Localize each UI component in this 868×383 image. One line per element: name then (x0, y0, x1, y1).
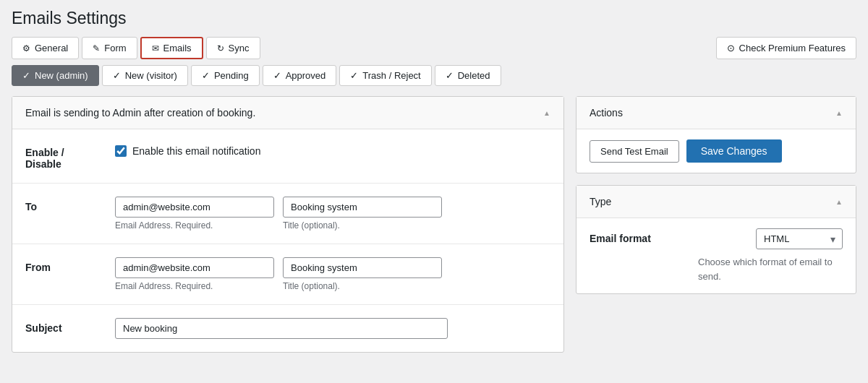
enable-section: Enable / Disable Enable this email notif… (12, 129, 563, 184)
type-collapse-icon[interactable]: ▲ (835, 198, 843, 206)
email-icon: ✉ (152, 43, 159, 53)
subject-label: Subject (25, 318, 98, 334)
tab-general[interactable]: ⚙ General (12, 37, 79, 59)
actions-collapse-icon[interactable]: ▲ (835, 109, 843, 117)
email-format-select[interactable]: HTML Plain Text (756, 228, 843, 249)
page-wrap: Emails Settings ⚙ General ✎ Form ✉ Email… (0, 0, 868, 383)
enable-fields: Enable this email notification (115, 142, 550, 160)
check-premium-label: Check Premium Features (739, 43, 846, 53)
left-panel-title: Email is sending to Admin after creation… (25, 107, 255, 119)
from-title-wrap: Title (optional). (283, 257, 442, 291)
email-format-hint: Choose which format of email to send. (698, 255, 843, 283)
subject-row: Subject (25, 318, 550, 339)
sub-tab-approved-label: Approved (286, 70, 326, 81)
actions-panel: Actions ▲ Send Test Email Save Changes (576, 96, 856, 173)
actions-header: Actions ▲ (576, 97, 856, 129)
sub-tabs-bar: ✓ New (admin) ✓ New (visitor) ✓ Pending … (12, 65, 856, 86)
type-row: Email format HTML Plain Text ▾ Choose wh… (590, 228, 843, 283)
format-select-wrap: HTML Plain Text ▾ (756, 228, 843, 249)
tab-general-label: General (35, 43, 68, 53)
enable-row: Enable / Disable Enable this email notif… (25, 142, 550, 170)
gear-icon: ⚙ (22, 43, 30, 53)
to-section: To Email Address. Required. Title (optio… (12, 184, 563, 244)
from-email-wrap: Email Address. Required. (115, 257, 274, 291)
enable-checkbox-row: Enable this email notification (115, 142, 550, 160)
from-label: From (25, 257, 98, 273)
send-test-label: Send Test Email (600, 146, 668, 157)
tab-emails[interactable]: ✉ Emails (140, 37, 203, 59)
from-section: From Email Address. Required. Title (opt… (12, 244, 563, 305)
save-changes-button[interactable]: Save Changes (686, 139, 782, 163)
premium-icon: ⊙ (727, 43, 735, 53)
to-email-input[interactable] (115, 197, 274, 218)
top-tabs-bar: ⚙ General ✎ Form ✉ Emails ↻ Sync ⊙ Check… (12, 37, 856, 59)
to-title-hint: Title (optional). (283, 220, 442, 231)
sub-tab-deleted[interactable]: ✓ Deleted (435, 65, 501, 86)
actions-title: Actions (590, 107, 623, 119)
left-panel: Email is sending to Admin after creation… (12, 96, 564, 353)
tab-form[interactable]: ✎ Form (82, 37, 137, 59)
top-tabs-left: ⚙ General ✎ Form ✉ Emails ↻ Sync (12, 37, 260, 59)
type-header: Type ▲ (576, 186, 856, 218)
main-content: Email is sending to Admin after creation… (12, 96, 856, 353)
sub-tab-icon-3: ✓ (202, 70, 210, 81)
type-panel: Type ▲ Email format HTML Plain Text (576, 185, 856, 294)
subject-section: Subject (12, 305, 563, 352)
to-row: To Email Address. Required. Title (optio… (25, 197, 550, 231)
sync-icon: ↻ (217, 43, 224, 53)
sub-tab-new-visitor-label: New (visitor) (125, 70, 177, 81)
edit-icon: ✎ (93, 43, 100, 53)
collapse-icon[interactable]: ▲ (543, 109, 550, 117)
sub-tab-deleted-label: Deleted (458, 70, 490, 81)
sub-tab-pending-label: Pending (214, 70, 249, 81)
left-panel-header: Email is sending to Admin after creation… (12, 97, 563, 129)
tab-sync-label: Sync (229, 43, 250, 53)
from-field-group: Email Address. Required. Title (optional… (115, 257, 550, 291)
right-panel: Actions ▲ Send Test Email Save Changes T… (576, 96, 856, 353)
sub-tab-icon-2: ✓ (113, 70, 121, 81)
sub-tab-new-admin-label: New (admin) (35, 70, 88, 81)
to-title-wrap: Title (optional). (283, 197, 442, 231)
subject-input[interactable] (115, 318, 448, 339)
sub-tab-icon-5: ✓ (350, 70, 358, 81)
to-title-input[interactable] (283, 197, 442, 218)
enable-checkbox-label: Enable this email notification (132, 145, 260, 157)
sub-tab-new-visitor[interactable]: ✓ New (visitor) (102, 65, 188, 86)
sub-tab-icon-6: ✓ (446, 70, 454, 81)
from-email-hint: Email Address. Required. (115, 281, 274, 291)
type-title: Type (590, 196, 611, 207)
to-email-wrap: Email Address. Required. (115, 197, 274, 231)
tab-emails-label: Emails (163, 43, 192, 53)
to-label: To (25, 197, 98, 212)
check-premium-button[interactable]: ⊙ Check Premium Features (716, 37, 856, 59)
from-email-input[interactable] (115, 257, 274, 278)
save-changes-label: Save Changes (701, 145, 767, 157)
type-body: Email format HTML Plain Text ▾ Choose wh… (576, 218, 856, 293)
sub-tab-icon-4: ✓ (273, 70, 281, 81)
email-format-label: Email format (590, 228, 651, 244)
sub-tab-pending[interactable]: ✓ Pending (191, 65, 260, 86)
from-fields: Email Address. Required. Title (optional… (115, 257, 550, 291)
to-field-group: Email Address. Required. Title (optional… (115, 197, 550, 231)
sub-tab-trash-reject[interactable]: ✓ Trash / Reject (339, 65, 431, 86)
sub-tab-icon-1: ✓ (22, 70, 30, 81)
tab-sync[interactable]: ↻ Sync (206, 37, 260, 59)
type-right: HTML Plain Text ▾ Choose which format of… (698, 228, 843, 283)
sub-tab-trash-reject-label: Trash / Reject (362, 70, 420, 81)
send-test-email-button[interactable]: Send Test Email (590, 140, 679, 163)
from-row: From Email Address. Required. Title (opt… (25, 257, 550, 291)
actions-body: Send Test Email Save Changes (576, 129, 856, 173)
page-title: Emails Settings (12, 9, 856, 28)
to-fields: Email Address. Required. Title (optional… (115, 197, 550, 231)
sub-tab-approved[interactable]: ✓ Approved (263, 65, 337, 86)
tab-form-label: Form (104, 43, 126, 53)
sub-tab-new-admin[interactable]: ✓ New (admin) (12, 65, 99, 86)
enable-label: Enable / Disable (25, 142, 98, 170)
to-email-hint: Email Address. Required. (115, 220, 274, 231)
from-title-input[interactable] (283, 257, 442, 278)
subject-fields (115, 318, 550, 339)
enable-checkbox[interactable] (115, 145, 127, 157)
from-title-hint: Title (optional). (283, 281, 442, 291)
